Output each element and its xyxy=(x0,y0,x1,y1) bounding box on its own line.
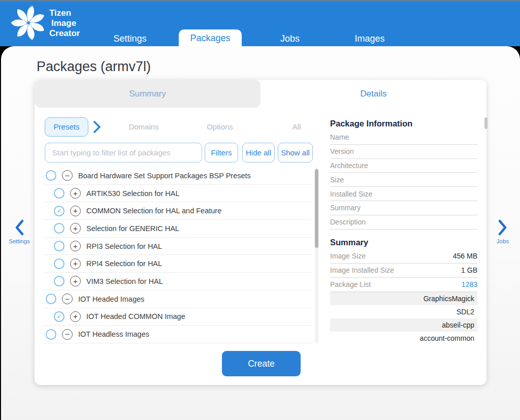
tree-item-label: COMMON Selection for HAL and Feature xyxy=(86,207,221,215)
collapse-minus-icon[interactable]: − xyxy=(62,329,73,340)
content-tab-summary[interactable]: Summary xyxy=(35,80,261,108)
expand-plus-icon[interactable]: + xyxy=(70,276,81,286)
tree-item-label: ARTIK530 Selection for HAL xyxy=(86,189,180,198)
package-info-field-label: Description xyxy=(330,218,366,226)
header-tab-jobs[interactable]: Jobs xyxy=(280,31,300,46)
package-info-field-row: Version xyxy=(330,145,477,159)
tree-item-label: IOT Headed Images xyxy=(78,295,144,303)
tree-row[interactable]: +VIM3 Selection for HAL xyxy=(44,273,312,290)
tree-row[interactable]: +Selection for GENERIC HAL xyxy=(44,220,312,238)
header-tab-packages[interactable]: Packages xyxy=(179,29,242,46)
package-tree: −Board Hardware Set Support Packages BSP… xyxy=(44,167,312,343)
package-info-field-label: Installed Size xyxy=(330,190,372,198)
radio-circle-icon[interactable] xyxy=(54,188,64,199)
summary-kv-row: Image Installed Size1 GB xyxy=(330,264,477,278)
package-info-field-label: Summary xyxy=(330,204,361,212)
collapse-minus-icon[interactable]: − xyxy=(62,294,73,304)
expand-plus-icon[interactable]: + xyxy=(70,259,81,269)
tree-row[interactable]: −Board Hardware Set Support Packages BSP… xyxy=(44,167,312,185)
tree-item-label: VIM3 Selection for HAL xyxy=(86,277,163,285)
tree-row[interactable]: ✓+COMMON Selection for HAL and Feature xyxy=(44,202,312,220)
radio-circle-icon[interactable] xyxy=(46,170,56,181)
tree-item-label: Board Hardware Set Support Packages BSP … xyxy=(78,172,251,180)
checked-circle-icon[interactable]: ✓ xyxy=(54,311,64,322)
expand-plus-icon[interactable]: + xyxy=(70,241,81,251)
tree-row[interactable]: +RPI4 Selection for HAL xyxy=(44,255,312,273)
package-list-count-link[interactable]: 1283 xyxy=(462,280,477,288)
radio-circle-icon[interactable] xyxy=(46,294,56,304)
package-information-heading: Package Information xyxy=(330,117,477,131)
mode-label-domains[interactable]: Domains xyxy=(128,117,158,137)
mode-button-presets[interactable]: Presets xyxy=(45,117,88,137)
side-nav-back-settings[interactable]: Settings xyxy=(4,219,35,244)
package-detail-panel: Package Information NameVersionArchitect… xyxy=(330,117,477,345)
package-info-field-label: Size xyxy=(330,176,344,184)
tree-row[interactable]: −IOT Headless Images xyxy=(44,326,312,343)
mode-chevron-right-icon xyxy=(92,120,102,134)
tree-row[interactable]: ✓+IOT Headed COMMON Image xyxy=(44,308,312,326)
expand-plus-icon[interactable]: + xyxy=(70,206,81,216)
tree-item-label: Selection for GENERIC HAL xyxy=(86,224,179,233)
tree-item-label: IOT Headed COMMON Image xyxy=(86,312,185,320)
package-info-field-row: Name xyxy=(330,131,477,145)
radio-circle-icon[interactable] xyxy=(54,223,64,234)
expand-plus-icon[interactable]: + xyxy=(70,223,81,234)
summary-kv-value: 1 GB xyxy=(461,266,477,274)
tree-item-label: IOT Headless Images xyxy=(78,330,149,338)
tizen-pinwheel-logo-icon xyxy=(9,4,48,42)
summary-heading: Summary xyxy=(330,236,477,249)
radio-circle-icon[interactable] xyxy=(54,276,64,286)
main-sheet: Packages (armv7l) Settings Jobs Summary … xyxy=(1,46,520,420)
chevron-right-icon xyxy=(497,219,508,236)
packages-card: Summary Details Presets Domains Options … xyxy=(35,80,486,385)
create-button[interactable]: Create xyxy=(222,351,301,376)
page-title: Packages (armv7l) xyxy=(37,59,151,75)
show-all-button[interactable]: Show all xyxy=(278,143,313,163)
window-top-strip xyxy=(0,0,520,2)
panel-scrollbar-thumb[interactable] xyxy=(484,117,488,129)
package-information-fields: NameVersionArchitectureSizeInstalled Siz… xyxy=(330,131,477,230)
tree-row[interactable]: −IOT Headed Images xyxy=(44,290,312,308)
tree-item-label: RPI3 Selection for HAL xyxy=(86,242,162,250)
package-info-field-label: Architecture xyxy=(330,161,368,170)
selected-package-row: GraphicsMagick xyxy=(330,292,477,305)
summary-kv-label: Image Size xyxy=(330,252,366,260)
tree-row[interactable]: +RPI3 Selection for HAL xyxy=(44,238,312,255)
mode-label-options[interactable]: Options xyxy=(207,117,233,137)
brand-line-3: Creator xyxy=(49,28,80,39)
side-nav-forward-jobs[interactable]: Jobs xyxy=(488,219,518,244)
radio-circle-icon[interactable] xyxy=(46,329,56,340)
summary-kv-label: Package List xyxy=(330,280,371,288)
mode-label-all[interactable]: All xyxy=(292,117,301,137)
app-header: Tizen Image Creator Settings Packages Jo… xyxy=(0,0,520,46)
content-tab-details[interactable]: Details xyxy=(261,80,486,108)
expand-plus-icon[interactable]: + xyxy=(70,188,81,199)
brand-line-1: Tizen xyxy=(49,8,80,18)
brand-text: Tizen Image Creator xyxy=(49,8,80,39)
tree-scrollbar-track[interactable] xyxy=(315,168,318,343)
summary-kv-row: Package List1283 xyxy=(330,278,477,292)
checked-circle-icon[interactable]: ✓ xyxy=(54,206,64,216)
summary-rows: Image Size456 MBImage Installed Size1 GB… xyxy=(330,249,477,292)
header-tab-images[interactable]: Images xyxy=(354,31,384,46)
package-filter-input[interactable] xyxy=(45,143,202,163)
package-info-field-row: Summary xyxy=(330,201,477,215)
filters-button[interactable]: Filters xyxy=(205,143,238,163)
header-tab-settings[interactable]: Settings xyxy=(113,31,146,46)
side-nav-back-label: Settings xyxy=(4,238,35,244)
chevron-left-icon xyxy=(14,219,25,236)
radio-circle-icon[interactable] xyxy=(54,241,64,251)
tree-row[interactable]: +ARTIK530 Selection for HAL xyxy=(44,185,312,203)
hide-all-button[interactable]: Hide all xyxy=(242,143,275,163)
selected-package-row: SDL2 xyxy=(330,305,477,318)
package-info-field-row: Size xyxy=(330,173,477,187)
expand-plus-icon[interactable]: + xyxy=(70,311,81,322)
tree-scrollbar-thumb[interactable] xyxy=(315,169,318,248)
package-info-field-label: Name xyxy=(330,133,349,141)
selected-package-list: GraphicsMagickSDL2abseil-cppaccount-comm… xyxy=(330,292,477,345)
radio-circle-icon[interactable] xyxy=(54,259,64,269)
tree-item-label: RPI4 Selection for HAL xyxy=(86,260,162,268)
collapse-minus-icon[interactable]: − xyxy=(62,170,73,181)
side-nav-forward-label: Jobs xyxy=(488,238,518,244)
package-info-field-row: Description xyxy=(330,215,477,230)
